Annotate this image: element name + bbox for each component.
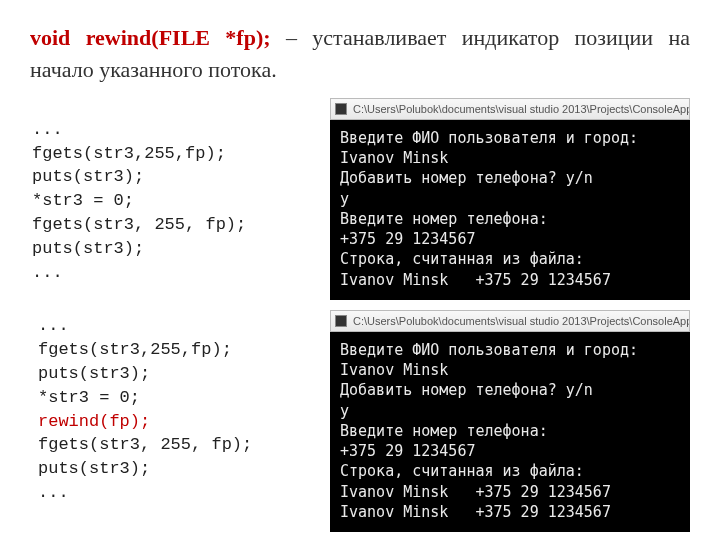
console-line: Ivanov Minsk xyxy=(340,148,680,168)
console-line: y xyxy=(340,189,680,209)
code-line: puts(str3); xyxy=(38,364,150,383)
code-line: puts(str3); xyxy=(32,167,144,186)
console-icon xyxy=(335,315,347,327)
console-line: Ivanov Minsk xyxy=(340,360,680,380)
console-line: y xyxy=(340,401,680,421)
console-line: Ivanov Minsk +375 29 1234567 xyxy=(340,482,680,502)
console-line: Строка, считанная из файла: xyxy=(340,461,680,481)
code-line: ... xyxy=(38,483,69,502)
console-line: Добавить номер телефона? y/n xyxy=(340,168,680,188)
code-line: puts(str3); xyxy=(32,239,144,258)
code-line: fgets(str3, 255, fp); xyxy=(32,215,246,234)
console-icon xyxy=(335,103,347,115)
console-line: Ivanov Minsk +375 29 1234567 xyxy=(340,502,680,522)
slide-root: void rewind(FILE *fp); – устанавливает и… xyxy=(0,0,720,540)
console-body: Введите ФИО пользователя и город:Ivanov … xyxy=(330,120,690,300)
code-line: *str3 = 0; xyxy=(38,388,140,407)
console-window-1: C:\Users\Polubok\documents\visual studio… xyxy=(330,98,690,300)
code-line: ... xyxy=(38,316,69,335)
console-body: Введите ФИО пользователя и город:Ivanov … xyxy=(330,332,690,532)
right-column: C:\Users\Polubok\documents\visual studio… xyxy=(330,98,690,532)
console-line: Введите номер телефона: xyxy=(340,209,680,229)
code-line: fgets(str3, 255, fp); xyxy=(38,435,252,454)
console-window-2: C:\Users\Polubok\documents\visual studio… xyxy=(330,310,690,532)
code-line: ... xyxy=(32,263,63,282)
code-line-rewind: rewind(fp); xyxy=(38,412,150,431)
console-line: +375 29 1234567 xyxy=(340,441,680,461)
console-titlebar: C:\Users\Polubok\documents\visual studio… xyxy=(330,310,690,332)
console-line: Введите ФИО пользователя и город: xyxy=(340,340,680,360)
console-titlebar: C:\Users\Polubok\documents\visual studio… xyxy=(330,98,690,120)
code-block-1: ... fgets(str3,255,fp); puts(str3); *str… xyxy=(30,118,320,285)
code-line: fgets(str3,255,fp); xyxy=(32,144,226,163)
code-line: ... xyxy=(32,120,63,139)
console-line: Строка, считанная из файла: xyxy=(340,249,680,269)
code-line: puts(str3); xyxy=(38,459,150,478)
console-line: +375 29 1234567 xyxy=(340,229,680,249)
console-line: Добавить номер телефона? y/n xyxy=(340,380,680,400)
code-line: fgets(str3,255,fp); xyxy=(38,340,232,359)
console-title-text: C:\Users\Polubok\documents\visual studio… xyxy=(353,103,690,115)
code-line: *str3 = 0; xyxy=(32,191,134,210)
console-line: Введите ФИО пользователя и город: xyxy=(340,128,680,148)
console-title-text: C:\Users\Polubok\documents\visual studio… xyxy=(353,315,690,327)
content-columns: ... fgets(str3,255,fp); puts(str3); *str… xyxy=(30,98,690,532)
function-signature: void rewind(FILE *fp); xyxy=(30,25,271,50)
console-line: Введите номер телефона: xyxy=(340,421,680,441)
code-block-2: ... fgets(str3,255,fp); puts(str3); *str… xyxy=(30,314,320,504)
heading: void rewind(FILE *fp); – устанавливает и… xyxy=(30,22,690,86)
left-column: ... fgets(str3,255,fp); puts(str3); *str… xyxy=(30,98,320,532)
console-line: Ivanov Minsk +375 29 1234567 xyxy=(340,270,680,290)
